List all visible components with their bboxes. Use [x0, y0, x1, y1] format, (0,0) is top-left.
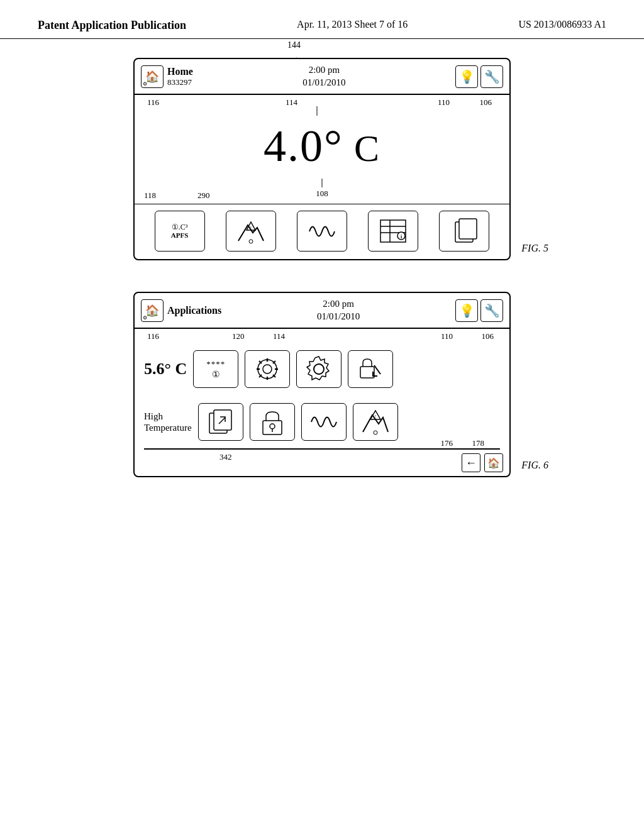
lightbulb-btn[interactable]: 💡	[455, 65, 478, 88]
info-circle: ①	[212, 369, 220, 380]
header-center: Apr. 11, 2013 Sheet 7 of 16	[297, 19, 408, 30]
ref-290: 290	[197, 191, 210, 201]
svg-rect-25	[360, 367, 374, 378]
temp-value: 4.0°	[264, 121, 343, 171]
fig6-warning2-btn[interactable]: !	[353, 403, 398, 441]
square-arrow-icon	[206, 408, 235, 436]
apfs-icon-btn[interactable]: ①.C³ APFS	[155, 211, 205, 252]
fig6-lightbulb-btn[interactable]: 💡	[455, 299, 478, 322]
ref-114-fig6: 114	[273, 331, 285, 341]
page-header: Patent Application Publication Apr. 11, …	[0, 0, 644, 39]
chart-icon-btn[interactable]: i	[368, 211, 418, 252]
fig6-refs-row: 116 120 114 110 106	[135, 329, 509, 343]
fig6-top-right-buttons: 💡 🔧	[455, 299, 503, 322]
fig6-row2: High Temperature	[135, 396, 509, 448]
header-left: Patent Application Publication	[38, 19, 186, 32]
fig5-top-left: 🏠 ⚙ Home 833297	[141, 65, 193, 88]
ref-106-fig6: 106	[482, 331, 494, 341]
fig5-time: 2:00 pm	[303, 64, 345, 77]
stars-text: ****	[206, 359, 225, 369]
ref-114-fig5: 114	[286, 97, 297, 108]
fig6-gear-circle-btn[interactable]	[245, 350, 290, 388]
fig6-top-left: 🏠 ⚙ Applications	[141, 299, 221, 322]
gear-circle-icon	[253, 355, 282, 384]
warning2-icon: !	[360, 409, 391, 435]
svg-rect-30	[263, 421, 282, 434]
waveform-icon	[306, 219, 338, 244]
ref-118: 118	[144, 191, 156, 201]
fig6-home-text-block: Applications	[167, 304, 221, 316]
chart-icon: i	[377, 217, 409, 245]
ref-176: 176	[441, 438, 453, 448]
fig5-time-date: 2:00 pm 01/01/2010	[303, 64, 345, 89]
ref-108-container: 108	[135, 179, 509, 199]
ref-106-fig5: 106	[480, 97, 492, 108]
fig6-label: FIG. 6	[521, 460, 548, 471]
fig6-stars-icon-btn[interactable]: **** ①	[193, 350, 238, 388]
ref-144: 144	[287, 40, 301, 50]
fig6-wave2-btn[interactable]	[301, 403, 347, 441]
ref-178: 178	[472, 438, 485, 448]
home-text-block: Home 833297	[167, 65, 193, 87]
fig6-home-label: Applications	[167, 304, 221, 316]
fig6-big-gear-btn[interactable]	[296, 350, 341, 388]
fig6-lock-arrow-btn[interactable]	[348, 350, 393, 388]
fig5-top-right-buttons: 💡 🔧	[455, 65, 503, 88]
fig6-high-temp-label: High Temperature	[144, 411, 192, 433]
home-label: Home	[167, 65, 193, 77]
lock-arrow-icon	[355, 354, 386, 384]
svg-text:!: !	[250, 225, 252, 230]
header-right: US 2013/0086933 A1	[518, 19, 606, 30]
fig6-time-date: 2:00 pm 01/01/2010	[317, 298, 360, 323]
fig5-refs-row: 116 114 110 106	[135, 95, 509, 108]
fig6-home-icon-btn[interactable]: 🏠 ⚙	[141, 299, 164, 322]
ref-108-line	[309, 179, 335, 189]
lock2-icon	[258, 408, 286, 436]
ref-108: 108	[316, 189, 328, 198]
ref-116-fig5: 116	[147, 97, 159, 108]
fig5-temp-display: 4.0° C	[135, 108, 509, 185]
ref-116-fig6: 116	[147, 331, 159, 341]
fig6-temp: 5.6° C	[144, 360, 187, 379]
ref-110-fig5: 110	[438, 97, 450, 108]
ref-120-fig6: 120	[232, 331, 245, 341]
fig5-date: 01/01/2010	[303, 77, 345, 89]
figure-6: 🏠 ⚙ Applications 2:00 pm 01/01/2010 💡 �	[38, 292, 606, 477]
fig6-lock2-btn[interactable]	[250, 403, 295, 441]
big-gear-icon	[304, 354, 334, 384]
temp-unit: C	[343, 128, 380, 169]
ref-110-fig6: 110	[441, 331, 453, 341]
waveform-icon-btn[interactable]	[297, 211, 347, 252]
fig6-row1: 5.6° C **** ①	[135, 343, 509, 396]
fig5-label: FIG. 5	[521, 243, 548, 254]
svg-point-15	[263, 365, 272, 374]
fig6-device: 🏠 ⚙ Applications 2:00 pm 01/01/2010 💡 �	[133, 292, 511, 477]
apfs-text: ①.C³ APFS	[171, 223, 189, 239]
fig5-top-bar: 🏠 ⚙ Home 833297 2:00 pm 01/01/2010 💡	[135, 59, 509, 95]
fig6-nav-bar: 176 178 ← 🏠	[135, 450, 509, 476]
copy-icon	[450, 217, 479, 245]
fig6-time: 2:00 pm	[317, 298, 360, 311]
warning-icon-btn[interactable]: !	[226, 211, 276, 252]
svg-text:!: !	[374, 414, 375, 419]
back-btn[interactable]: ←	[462, 453, 480, 472]
fig5-bottom-icons: 118 290 ①.C³ APFS	[135, 204, 509, 259]
fig6-top-bar: 🏠 ⚙ Applications 2:00 pm 01/01/2010 💡 �	[135, 293, 509, 329]
warning-mountain-icon: !	[235, 219, 267, 244]
svg-line-26	[374, 365, 380, 374]
fig6-date: 01/01/2010	[317, 311, 360, 323]
svg-point-5	[249, 240, 253, 243]
fig6-settings-btn[interactable]: 🔧	[480, 299, 503, 322]
svg-point-31	[270, 424, 275, 429]
home-btn-fig6[interactable]: 🏠	[484, 453, 503, 472]
content-area: 144 🏠 ⚙ Home 833297	[0, 39, 644, 515]
home-icon-btn[interactable]: 🏠 ⚙	[141, 65, 164, 88]
svg-point-35	[374, 431, 377, 434]
copy-icon-btn[interactable]	[439, 211, 489, 252]
svg-rect-13	[459, 219, 477, 239]
fig6-square-arrow-btn[interactable]	[198, 403, 243, 441]
home-number: 833297	[167, 77, 193, 87]
settings-btn[interactable]: 🔧	[480, 65, 503, 88]
fig5-device: 🏠 ⚙ Home 833297 2:00 pm 01/01/2010 💡	[133, 58, 511, 260]
svg-point-24	[314, 364, 324, 374]
